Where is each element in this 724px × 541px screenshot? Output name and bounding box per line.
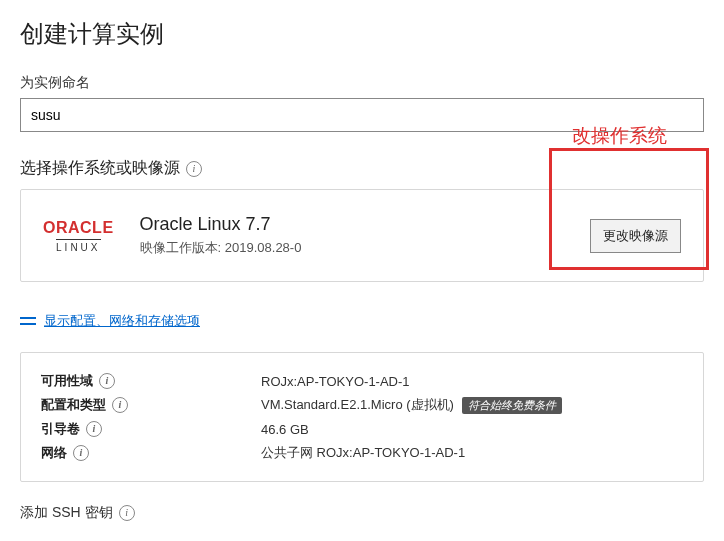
show-options-label: 显示配置、网络和存储选项 bbox=[44, 312, 200, 330]
always-free-badge: 符合始终免费条件 bbox=[462, 397, 562, 414]
config-key-bootvol: 引导卷 bbox=[41, 420, 80, 438]
page-title: 创建计算实例 bbox=[20, 18, 704, 50]
info-icon[interactable]: i bbox=[186, 161, 202, 177]
oracle-linux-logo: ORACLE LINUX bbox=[43, 219, 114, 253]
os-name: Oracle Linux 7.7 bbox=[140, 214, 302, 235]
info-icon[interactable]: i bbox=[99, 373, 115, 389]
ssh-section-label: 添加 SSH 密钥 bbox=[20, 504, 113, 522]
os-version: 映像工作版本: 2019.08.28-0 bbox=[140, 239, 302, 257]
config-val-availability: ROJx:AP-TOKYO-1-AD-1 bbox=[261, 374, 410, 389]
config-key-network: 网络 bbox=[41, 444, 67, 462]
os-card: ORACLE LINUX Oracle Linux 7.7 映像工作版本: 20… bbox=[20, 189, 704, 282]
config-row-bootvol: 引导卷 i 46.6 GB bbox=[41, 417, 683, 441]
show-options-link[interactable]: 显示配置、网络和存储选项 bbox=[20, 312, 704, 330]
config-row-availability: 可用性域 i ROJx:AP-TOKYO-1-AD-1 bbox=[41, 369, 683, 393]
info-icon[interactable]: i bbox=[86, 421, 102, 437]
config-val-bootvol: 46.6 GB bbox=[261, 422, 309, 437]
info-icon[interactable]: i bbox=[119, 505, 135, 521]
config-key-shape: 配置和类型 bbox=[41, 396, 106, 414]
config-summary-card: 可用性域 i ROJx:AP-TOKYO-1-AD-1 配置和类型 i VM.S… bbox=[20, 352, 704, 482]
sliders-icon bbox=[20, 315, 36, 327]
config-key-availability: 可用性域 bbox=[41, 372, 93, 390]
config-val-network: 公共子网 ROJx:AP-TOKYO-1-AD-1 bbox=[261, 444, 465, 462]
change-image-button[interactable]: 更改映像源 bbox=[590, 219, 681, 253]
config-val-shape: VM.Standard.E2.1.Micro (虚拟机) bbox=[261, 396, 454, 414]
config-row-network: 网络 i 公共子网 ROJx:AP-TOKYO-1-AD-1 bbox=[41, 441, 683, 465]
info-icon[interactable]: i bbox=[73, 445, 89, 461]
info-icon[interactable]: i bbox=[112, 397, 128, 413]
config-row-shape: 配置和类型 i VM.Standard.E2.1.Micro (虚拟机) 符合始… bbox=[41, 393, 683, 417]
os-section-label: 选择操作系统或映像源 bbox=[20, 158, 180, 179]
name-label: 为实例命名 bbox=[20, 74, 704, 92]
instance-name-input[interactable] bbox=[20, 98, 704, 132]
